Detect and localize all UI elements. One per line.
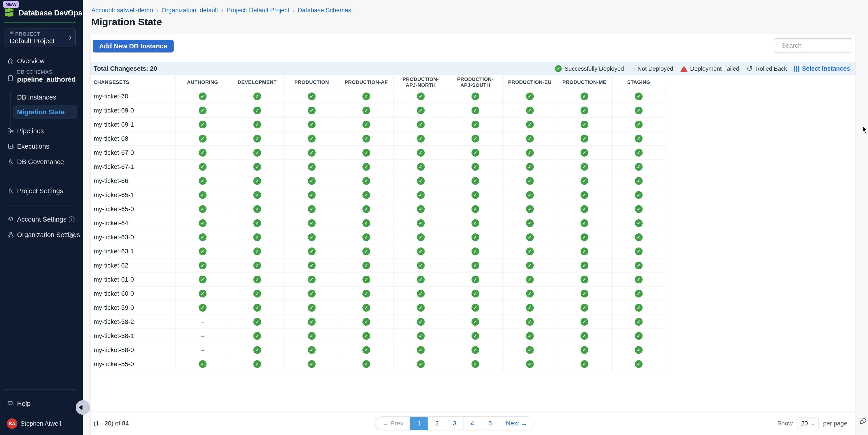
sidebar-item-help[interactable]: ? Help	[0, 397, 83, 410]
status-cell	[339, 301, 393, 315]
support-chat-icon[interactable]	[859, 416, 868, 425]
column-header: PRODUCTION-AF	[339, 75, 393, 89]
subnav-connector	[10, 91, 11, 127]
status-deployed-icon	[363, 318, 370, 326]
changeset-name: my-ticket-58-0	[90, 343, 175, 357]
changeset-name: my-ticket-67-0	[90, 146, 175, 160]
changeset-name: my-ticket-64	[90, 216, 175, 230]
breadcrumb-database-schemas-link[interactable]: Database Schemas	[298, 7, 351, 14]
status-cell	[612, 230, 666, 244]
status-deployed-icon	[253, 276, 261, 283]
sidebar-item-db-schemas[interactable]: DB SCHEMAS pipeline_authored ›	[0, 68, 83, 89]
status-cell	[284, 132, 339, 146]
status-cell	[448, 103, 502, 118]
status-deployed-icon	[635, 191, 643, 199]
page-button-3[interactable]: 3	[445, 417, 463, 430]
status-deployed-icon	[417, 149, 425, 157]
page-button-4[interactable]: 4	[463, 417, 481, 430]
status-deployed-icon	[635, 234, 643, 241]
status-cell	[557, 132, 612, 146]
status-deployed-icon	[526, 93, 534, 100]
status-cell	[393, 146, 448, 160]
db-schema-name: pipeline_authored	[17, 75, 76, 83]
status-deployed-icon	[363, 93, 370, 100]
status-deployed-icon	[199, 135, 207, 143]
status-deployed-icon	[199, 290, 207, 298]
info-icon[interactable]: i	[69, 216, 74, 222]
table-row: my-ticket-68	[90, 132, 666, 146]
status-cell	[230, 118, 284, 132]
status-deployed-icon	[363, 149, 370, 157]
status-cell	[175, 103, 230, 118]
page-button-5[interactable]: 5	[481, 417, 499, 430]
search-input[interactable]	[781, 42, 864, 49]
table-row: my-ticket-63-0	[90, 230, 666, 244]
breadcrumb-separator: ›	[292, 7, 294, 14]
sidebar-item-executions[interactable]: Executions	[0, 140, 83, 153]
status-deployed-icon	[199, 93, 207, 100]
status-deployed-icon	[363, 346, 370, 354]
breadcrumb-account-link[interactable]: Account: satwell-demo	[91, 7, 153, 14]
status-deployed-icon	[526, 219, 534, 227]
sidebar-item-db-instances[interactable]: DB Instances	[13, 91, 77, 103]
status-cell	[502, 146, 557, 160]
app-grid-icon[interactable]	[66, 9, 73, 16]
status-deployed-icon	[308, 234, 316, 241]
user-menu[interactable]: SA Stephen Atwell	[0, 417, 83, 430]
chevron-down-icon: ⌄	[810, 421, 816, 426]
project-selector[interactable]: PROJECT Default Project ›	[4, 28, 76, 47]
sidebar: NEW Database DevOps PROJECT Default Proj…	[0, 0, 83, 435]
sidebar-item-overview[interactable]: Overview	[0, 55, 83, 67]
sidebar-item-migration-state[interactable]: Migration State	[13, 105, 77, 119]
status-deployed-icon	[526, 290, 534, 298]
status-deployed-icon	[417, 121, 425, 128]
status-cell	[230, 146, 284, 160]
status-deployed-icon	[253, 219, 261, 227]
sidebar-item-project-settings[interactable]: Project Settings	[0, 185, 83, 197]
next-page-button[interactable]: Next →	[499, 417, 534, 430]
page-button-1[interactable]: 1	[410, 417, 428, 430]
status-deployed-icon	[417, 248, 425, 255]
table-row: my-ticket-61-0	[90, 273, 666, 287]
status-cell	[230, 89, 284, 103]
per-page-select[interactable]: 20 ⌄	[797, 417, 819, 429]
page-button-2[interactable]: 2	[428, 417, 445, 430]
select-instances-button[interactable]: Select Instances	[794, 65, 850, 72]
status-cell	[393, 132, 448, 146]
breadcrumb-organization-link[interactable]: Organization: default	[161, 7, 218, 14]
status-cell	[448, 357, 502, 371]
status-cell	[612, 188, 666, 202]
search-box[interactable]	[774, 38, 852, 53]
pipelines-icon	[7, 127, 14, 134]
status-cell	[230, 202, 284, 216]
status-deployed-icon	[253, 177, 261, 185]
info-icon[interactable]: i	[69, 232, 74, 238]
status-deployed-icon	[581, 304, 588, 312]
status-deployed-icon	[471, 177, 479, 185]
columns-icon	[794, 66, 799, 71]
status-deployed-icon	[471, 121, 479, 128]
status-deployed-icon	[526, 177, 534, 185]
status-cell	[230, 174, 284, 188]
sidebar-item-db-governance[interactable]: DB Governance	[0, 155, 83, 168]
status-deployed-icon	[308, 346, 316, 354]
status-cell	[502, 343, 557, 357]
status-deployed-icon	[253, 121, 261, 128]
status-cell	[230, 258, 284, 273]
chevron-right-icon: ›	[68, 73, 71, 83]
sidebar-item-organization-settings[interactable]: Organization Settings i	[0, 228, 83, 241]
table-header-row: CHANGESETSAUTHORINGDEVELOPMENTPRODUCTION…	[90, 75, 666, 89]
status-deployed-icon	[635, 290, 643, 298]
add-db-instance-button[interactable]: Add New DB Instance	[93, 40, 174, 53]
status-cell	[502, 329, 557, 343]
sidebar-item-pipelines[interactable]: Pipelines	[0, 125, 83, 137]
sidebar-item-account-settings[interactable]: Account Settings i	[0, 213, 83, 226]
status-cell	[448, 343, 502, 357]
status-deployed-icon	[253, 360, 261, 368]
status-cell	[175, 273, 230, 287]
status-deployed-icon	[471, 304, 479, 312]
breadcrumb-project-link[interactable]: Project: Default Project	[226, 7, 289, 14]
prev-page-button[interactable]: ← Prev	[375, 417, 410, 430]
sidebar-collapse-handle[interactable]	[76, 400, 90, 415]
status-deployed-icon	[199, 205, 207, 213]
